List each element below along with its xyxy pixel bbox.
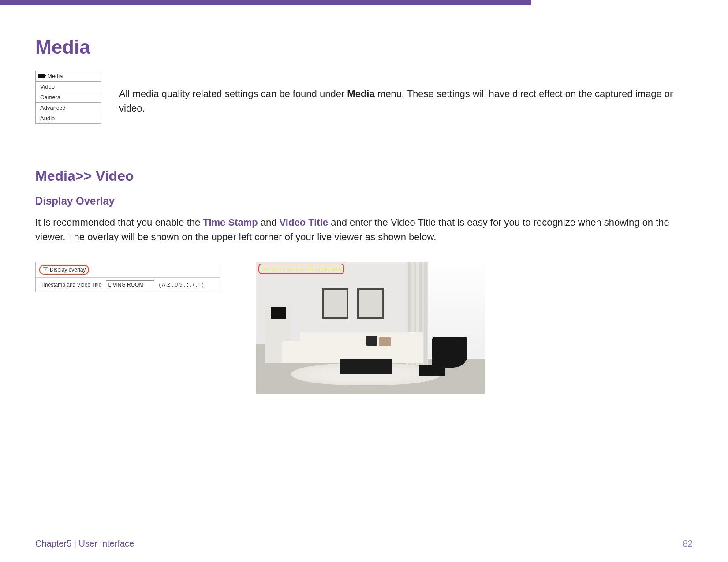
media-menu-item-camera[interactable]: Camera (36, 92, 101, 103)
display-overlay-paragraph: It is recommended that you enable the Ti… (35, 215, 693, 244)
page-content: Media Media Video Camera Advanced Audio … (0, 5, 728, 412)
footer-chapter: Chapter5 | User Interface (35, 539, 134, 549)
media-menu-item-audio[interactable]: Audio (36, 113, 101, 123)
highlight-ring-checkbox: ✓ Display overlay (39, 265, 89, 275)
display-overlay-body: Timestamp and Video Title LIVING ROOM ( … (36, 278, 220, 292)
para-videotitle: Video Title (280, 217, 328, 228)
subsection-heading-display-overlay: Display Overlay (35, 195, 693, 207)
room-art-1 (322, 288, 348, 319)
para-p1: It is recommended that you enable the (35, 217, 203, 228)
display-overlay-panel: ✓ Display overlay Timestamp and Video Ti… (35, 262, 220, 292)
media-menu: Media Video Camera Advanced Audio (35, 71, 101, 124)
timestamp-title-label: Timestamp and Video Title (39, 282, 101, 288)
room-ottoman (419, 365, 445, 376)
display-overlay-checkbox[interactable]: ✓ (43, 267, 48, 272)
page-footer: Chapter5 | User Interface 82 (35, 539, 693, 549)
allowed-chars-hint: ( A-Z , 0-9 , : , / , - ) (159, 282, 203, 288)
media-menu-header-label: Media (47, 73, 63, 79)
intro-paragraph: All media quality related settings can b… (119, 71, 693, 115)
room-art-2 (357, 288, 384, 319)
intro-text-pre: All media quality related settings can b… (119, 88, 347, 99)
room-tv (271, 307, 286, 319)
media-menu-header: Media (36, 71, 101, 82)
overlay-timestamp-text: 2014-06-17 02:07:25 TUE LIVING ROOM (262, 268, 341, 272)
footer-page-number: 82 (683, 539, 693, 549)
top-accent-bar (0, 0, 531, 5)
section-heading-media-video: Media>> Video (35, 168, 693, 184)
para-p2: and (258, 217, 280, 228)
media-intro-row: Media Video Camera Advanced Audio All me… (35, 71, 693, 124)
media-menu-item-advanced[interactable]: Advanced (36, 103, 101, 113)
media-menu-item-video[interactable]: Video (36, 82, 101, 92)
video-title-input[interactable]: LIVING ROOM (106, 280, 154, 289)
highlight-ring-overlay: 2014-06-17 02:07:25 TUE LIVING ROOM (258, 264, 344, 274)
para-timestamp: Time Stamp (203, 217, 258, 228)
live-viewer-screenshot: 2014-06-17 02:07:25 TUE LIVING ROOM (256, 262, 485, 394)
intro-text-bold: Media (347, 88, 374, 99)
camera-icon (38, 74, 45, 78)
page-title: Media (35, 36, 693, 58)
room-chair (432, 337, 467, 368)
display-overlay-checkbox-label: Display overlay (50, 267, 86, 273)
room-pillow-1 (366, 336, 377, 346)
figures-row: ✓ Display overlay Timestamp and Video Ti… (35, 262, 693, 394)
room-pillow-2 (379, 337, 391, 346)
display-overlay-header: ✓ Display overlay (36, 262, 220, 278)
room-table (340, 359, 392, 374)
